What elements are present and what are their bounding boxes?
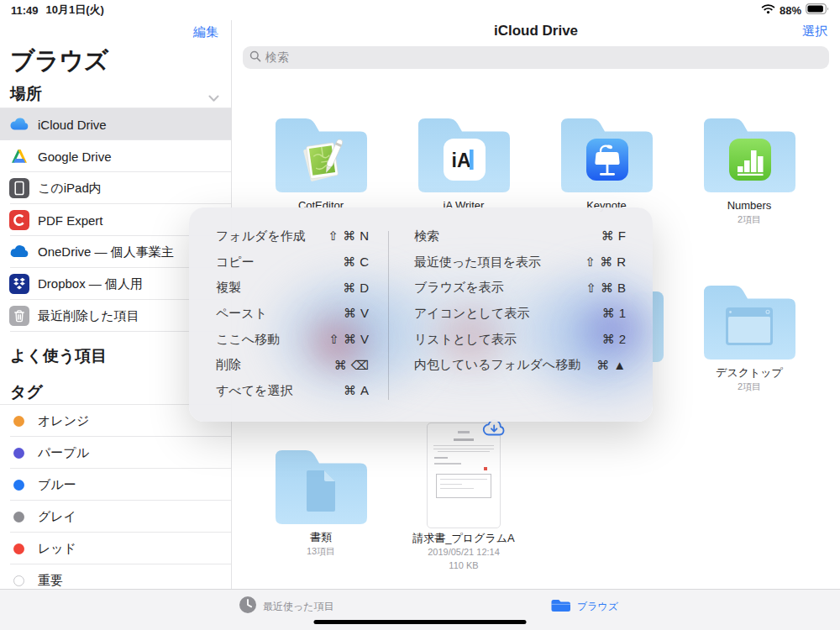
favorites-header: よく使う項目 bbox=[10, 345, 107, 367]
folder-tile-coteditor[interactable]: CotEditor bbox=[258, 112, 384, 212]
battery-icon bbox=[806, 3, 829, 17]
tile-date: 2019/05/21 12:14 bbox=[428, 546, 500, 558]
shortcut-keys: ⇧⌘R bbox=[585, 255, 630, 270]
shortcut-label: ブラウズを表示 bbox=[414, 280, 504, 296]
tab-recents[interactable]: 最近使った項目 bbox=[239, 590, 334, 623]
shortcut-view-icons: アイコンとして表示⌘1 bbox=[414, 301, 626, 327]
search-placeholder: 検索 bbox=[265, 50, 289, 66]
sidebar-item-label: Google Drive bbox=[38, 150, 112, 164]
shortcut-move-here: ここへ移動⇧⌘V bbox=[216, 327, 369, 353]
shortcut-label: ペースト bbox=[216, 306, 267, 322]
status-time: 11:49 bbox=[11, 4, 39, 17]
search-icon bbox=[249, 50, 261, 65]
google-drive-icon bbox=[8, 145, 30, 167]
trash-icon bbox=[8, 305, 30, 327]
home-indicator[interactable] bbox=[314, 620, 527, 624]
sidebar-item-label: OneDrive — 個人事業主 bbox=[38, 244, 174, 260]
tag-important[interactable]: 重要 bbox=[0, 564, 231, 589]
shortcut-label: フォルダを作成 bbox=[216, 228, 306, 244]
tag-color-dot bbox=[13, 512, 24, 522]
shortcut-search: 検索⌘F bbox=[414, 223, 626, 249]
document-thumbnail bbox=[427, 423, 501, 528]
search-input[interactable]: 検索 bbox=[243, 46, 829, 69]
pdf-expert-icon bbox=[8, 209, 30, 231]
tag-color-dot bbox=[13, 575, 24, 586]
folder-icon bbox=[269, 112, 374, 196]
shortcut-enclosing-folder: 内包しているフォルダへ移動⌘▲ bbox=[414, 352, 626, 378]
tag-label: 重要 bbox=[38, 573, 63, 589]
ipad-icon bbox=[8, 177, 30, 199]
tile-count: 13項目 bbox=[307, 545, 335, 558]
tile-label: Numbers bbox=[727, 199, 772, 212]
shortcut-keys: ⌘C bbox=[343, 255, 373, 270]
tag-red[interactable]: レッド bbox=[0, 533, 231, 564]
invoice-table bbox=[436, 474, 491, 498]
shortcut-label: 内包しているフォルダへ移動 bbox=[414, 357, 580, 373]
tab-label: ブラウズ bbox=[577, 600, 618, 614]
svg-text:iA: iA bbox=[451, 150, 470, 171]
document-tile-invoice[interactable]: 請求書_プログラムA 2019/05/21 12:14 110 KB bbox=[401, 423, 527, 571]
shortcut-keys: ⌘⌫ bbox=[334, 358, 373, 373]
page-title: iCloud Drive bbox=[232, 23, 840, 39]
tile-label: 請求書_プログラムA bbox=[412, 532, 514, 544]
tile-count: 2項目 bbox=[738, 381, 761, 393]
tab-browse[interactable]: ブラウズ bbox=[550, 590, 618, 623]
shortcut-create-folder: フォルダを作成⇧⌘N bbox=[216, 223, 369, 249]
sidebar-item-icloud-drive[interactable]: iCloud Drive bbox=[0, 108, 231, 140]
files-app-screen: 11:49 10月1日(火) 88% 編集 ブラウズ 場所 iCloud Dri… bbox=[0, 0, 840, 630]
tag-label: レッド bbox=[38, 541, 76, 557]
icloud-drive-icon bbox=[8, 113, 30, 135]
shortcut-select-all: すべてを選択⌘A bbox=[216, 378, 369, 404]
tag-blue[interactable]: ブルー bbox=[0, 469, 231, 501]
shortcuts-right-column: 検索⌘F 最近使った項目を表示⇧⌘R ブラウズを表示⇧⌘B アイコンとして表示⌘… bbox=[414, 223, 626, 378]
folder-tile-numbers[interactable]: Numbers 2項目 bbox=[686, 112, 812, 226]
window-glyph-icon bbox=[724, 306, 774, 351]
shortcut-keys: ⇧⌘B bbox=[585, 281, 630, 296]
tag-color-dot bbox=[13, 480, 24, 491]
sidebar-item-label: このiPad内 bbox=[38, 181, 102, 197]
folder-tile-keynote[interactable]: Keynote bbox=[543, 112, 669, 212]
shortcut-label: 最近使った項目を表示 bbox=[414, 255, 541, 270]
folder-icon bbox=[550, 597, 571, 617]
select-button[interactable]: 選択 bbox=[802, 24, 827, 39]
chevron-down-icon[interactable] bbox=[208, 91, 219, 106]
tag-label: グレイ bbox=[38, 509, 76, 525]
sidebar-item-label: Dropbox — 個人用 bbox=[38, 276, 143, 292]
document-glyph-icon bbox=[302, 469, 339, 517]
shortcut-keys: ⌘▲ bbox=[596, 358, 630, 373]
shortcut-label: リストとして表示 bbox=[414, 332, 517, 348]
shortcut-keys: ⌘1 bbox=[602, 306, 630, 321]
folder-tile-documents[interactable]: 書類 13項目 bbox=[258, 444, 384, 558]
tag-color-dot bbox=[13, 543, 24, 554]
sidebar-item-label: PDF Expert bbox=[38, 213, 103, 228]
folder-tile-desktop[interactable]: デスクトップ 2項目 bbox=[686, 279, 812, 393]
tag-color-dot bbox=[13, 448, 24, 459]
tag-gray[interactable]: グレイ bbox=[0, 501, 231, 533]
folder-icon bbox=[269, 444, 374, 528]
tile-count: 2項目 bbox=[738, 213, 761, 226]
clock-icon bbox=[239, 596, 257, 617]
onedrive-icon bbox=[8, 241, 30, 263]
wifi-icon bbox=[761, 3, 775, 17]
shortcuts-divider bbox=[388, 231, 389, 400]
ia-writer-app-icon: iA bbox=[440, 135, 489, 187]
tag-label: ブルー bbox=[38, 477, 76, 493]
shortcut-label: 検索 bbox=[414, 228, 439, 244]
shortcut-label: すべてを選択 bbox=[216, 383, 292, 399]
shortcut-keys: ⌘2 bbox=[602, 332, 630, 347]
shortcut-keys: ⇧⌘N bbox=[328, 228, 373, 244]
sidebar-item-google-drive[interactable]: Google Drive bbox=[0, 140, 231, 172]
shortcut-show-recents: 最近使った項目を表示⇧⌘R bbox=[414, 249, 626, 276]
shortcut-delete: 削除⌘⌫ bbox=[216, 352, 369, 378]
tag-purple[interactable]: パープル bbox=[0, 437, 231, 469]
folder-tile-ia-writer[interactable]: iA iA Writer bbox=[401, 112, 527, 212]
folder-icon bbox=[697, 279, 802, 363]
shortcut-keys: ⌘V bbox=[344, 306, 373, 321]
tag-label: オレンジ bbox=[38, 413, 89, 429]
edit-button[interactable]: 編集 bbox=[193, 24, 218, 40]
download-cloud-icon[interactable] bbox=[481, 418, 507, 444]
sidebar-item-this-ipad[interactable]: このiPad内 bbox=[0, 172, 231, 204]
stamp-mark bbox=[484, 467, 487, 470]
shortcut-duplicate: 複製⌘D bbox=[216, 275, 369, 301]
keynote-app-icon bbox=[583, 135, 632, 187]
